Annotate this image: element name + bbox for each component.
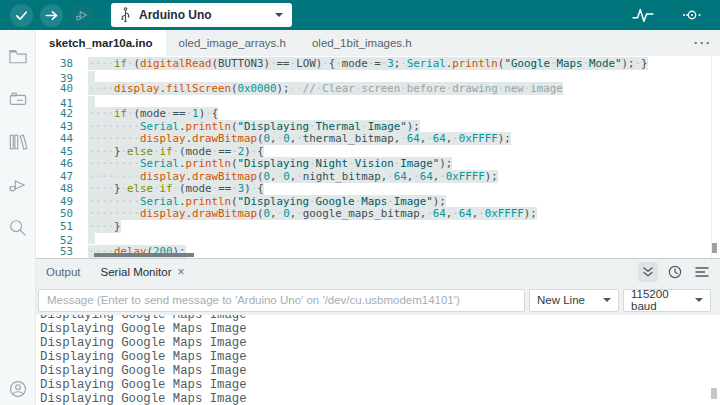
ellipsis-icon: ··· <box>694 36 712 50</box>
clock-icon <box>668 265 682 279</box>
horizontal-scrollbar[interactable] <box>94 253 194 257</box>
serial-plotter-button[interactable] <box>632 6 654 24</box>
tab-label: sketch_mar10a.ino <box>49 37 153 49</box>
board-icon <box>8 90 28 108</box>
serial-output-lines: Displaying Google Maps ImageDisplaying G… <box>40 315 720 405</box>
clear-output-button[interactable] <box>692 262 712 282</box>
line-number: 46 <box>36 158 73 171</box>
sidebar-item-boards-manager[interactable] <box>0 77 36 120</box>
library-icon <box>8 133 28 151</box>
line-ending-select[interactable]: New Line <box>529 289 619 312</box>
editor-tabbar: sketch_mar10a.ino oled_image_arrays.h ol… <box>36 30 720 56</box>
toolbar: Arduino Uno <box>0 0 720 30</box>
chevron-down-icon <box>603 298 611 302</box>
sidebar-item-library-manager[interactable] <box>0 120 36 163</box>
serial-input-row: New Line 115200 baud <box>36 285 720 315</box>
folder-icon <box>8 47 28 65</box>
account-button[interactable] <box>0 379 36 399</box>
arrow-right-icon <box>45 9 58 22</box>
tab-overflow-menu[interactable]: ··· <box>694 30 712 56</box>
tab-oled-1bit-images[interactable]: oled_1bit_images.h <box>299 30 425 56</box>
board-selector[interactable]: Arduino Uno <box>111 3 292 27</box>
serial-output-line: Displaying Google Maps Image <box>40 350 720 364</box>
usb-icon <box>120 7 131 23</box>
serial-monitor-button[interactable] <box>680 7 704 23</box>
panel-tab-serial-monitor[interactable]: Serial Monitor × <box>101 265 185 279</box>
panel-tab-label: Serial Monitor <box>101 266 172 278</box>
serial-output[interactable]: Displaying Google Maps ImageDisplaying G… <box>36 315 720 405</box>
panel-tab-output[interactable]: Output <box>46 266 81 278</box>
baud-rate-value: 115200 baud <box>631 288 695 312</box>
chevron-down-icon <box>695 298 703 302</box>
serial-message-input[interactable] <box>38 289 525 312</box>
close-icon[interactable]: × <box>177 265 184 279</box>
line-number: 51 <box>36 221 73 234</box>
line-number: 38 <box>36 58 73 71</box>
sidebar-item-sketchbook[interactable] <box>0 34 36 77</box>
line-number: 48 <box>36 183 73 196</box>
collapse-panel-button[interactable] <box>638 262 658 282</box>
bottom-panel: Output Serial Monitor × <box>36 258 720 405</box>
clear-output-icon <box>695 266 709 278</box>
line-number: 53 <box>36 246 73 259</box>
output-scrollbar[interactable] <box>711 388 717 399</box>
serial-output-line: Displaying Google Maps Image <box>40 315 720 322</box>
line-number: 44 <box>36 133 73 146</box>
code-line[interactable]: 51····} <box>36 221 720 234</box>
tab-label: oled_1bit_images.h <box>312 37 412 49</box>
line-number: 42 <box>36 108 73 121</box>
code-line[interactable]: 38····if·(digitalRead(BUTTON3)·==·LOW)·{… <box>36 58 720 71</box>
line-ending-value: New Line <box>537 294 603 306</box>
check-icon <box>15 9 28 22</box>
serial-output-line: Displaying Google Maps Image <box>40 364 720 378</box>
serial-output-line: Displaying Google Maps Image <box>40 378 720 392</box>
board-selector-label: Arduino Uno <box>139 8 267 22</box>
editor-lines: 38····if·(digitalRead(BUTTON3)·==·LOW)·{… <box>36 58 720 258</box>
baud-rate-select[interactable]: 115200 baud <box>623 289 711 312</box>
debug-icon <box>8 176 28 194</box>
account-icon <box>8 379 28 399</box>
panel-tab-label: Output <box>46 266 81 278</box>
sidebar-item-debug[interactable] <box>0 163 36 206</box>
verify-button[interactable] <box>10 4 33 27</box>
debug-icon <box>75 8 89 22</box>
arduino-ide-window: Arduino Uno <box>0 0 720 405</box>
code-line[interactable]: 40····display.fillScreen(0x0000);··//·Cl… <box>36 83 720 96</box>
serial-output-line: Displaying Google Maps Image <box>40 392 720 405</box>
vertical-scrollbar[interactable] <box>712 243 717 253</box>
code-line[interactable]: 50········display.drawBitmap(0,·0,·googl… <box>36 208 720 221</box>
line-number: 50 <box>36 208 73 221</box>
timestamp-toggle-button[interactable] <box>665 262 685 282</box>
serial-output-line: Displaying Google Maps Image <box>40 322 720 336</box>
panel-header: Output Serial Monitor × <box>36 259 720 285</box>
activity-sidebar <box>0 30 36 405</box>
sidebar-item-search[interactable] <box>0 206 36 249</box>
tab-label: oled_image_arrays.h <box>179 37 286 49</box>
tab-sketch-mar10a[interactable]: sketch_mar10a.ino <box>36 30 166 56</box>
chevron-down-icon <box>275 13 283 17</box>
debug-button[interactable] <box>70 4 93 27</box>
serial-output-line: Displaying Google Maps Image <box>40 336 720 350</box>
upload-button[interactable] <box>40 4 63 27</box>
line-number: 40 <box>36 83 73 96</box>
search-icon <box>8 218 27 237</box>
tab-oled-image-arrays[interactable]: oled_image_arrays.h <box>166 30 299 56</box>
double-chevron-down-icon <box>642 266 654 278</box>
code-editor[interactable]: 38····if·(digitalRead(BUTTON3)·==·LOW)·{… <box>36 56 720 258</box>
